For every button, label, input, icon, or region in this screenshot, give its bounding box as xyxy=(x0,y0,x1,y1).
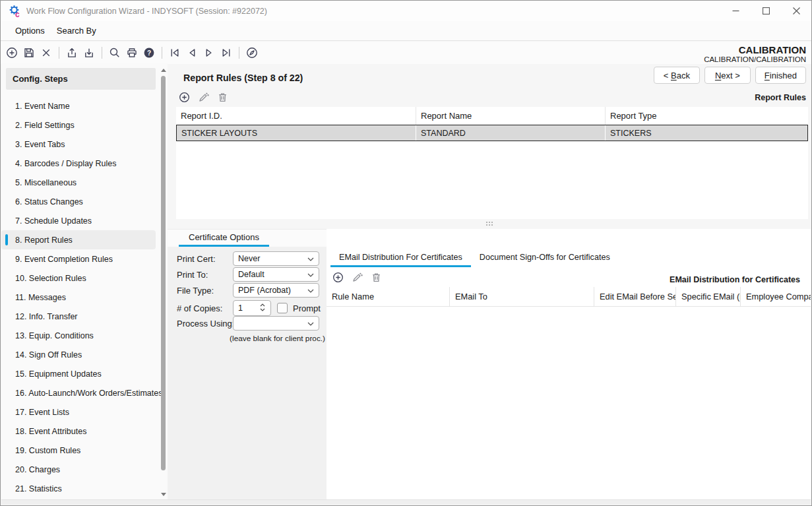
toolbar-search-button[interactable] xyxy=(108,46,121,60)
menu-options[interactable]: Options xyxy=(15,26,45,36)
svg-text:?: ? xyxy=(147,49,151,57)
tab-document-sign-offs[interactable]: Document Sign-Offs for Certificates xyxy=(471,250,619,267)
sidebar-item-field-settings[interactable]: 2. Field Settings xyxy=(1,115,156,135)
back-button[interactable]: < Back xyxy=(654,67,700,84)
maximize-icon xyxy=(763,7,770,15)
sidebar-item-messages[interactable]: 11. Messages xyxy=(1,288,156,307)
sidebar-item-charges[interactable]: 20. Charges xyxy=(1,460,156,479)
toolbar-help-button[interactable]: ? xyxy=(142,46,156,60)
toolbar-compass-button[interactable] xyxy=(245,46,259,60)
horizontal-splitter-handle[interactable] xyxy=(486,222,493,226)
sidebar-item-status-changes[interactable]: 6. Status Changes xyxy=(1,192,156,211)
grid-add-button[interactable] xyxy=(331,270,344,284)
sidebar-item-event-name[interactable]: 1. Event Name xyxy=(1,96,156,115)
grid-add-button[interactable] xyxy=(177,90,191,104)
column-header-report-type[interactable]: Report Type xyxy=(606,107,808,125)
scroll-up-button[interactable] xyxy=(160,66,168,74)
toolbar-nav-last-button[interactable] xyxy=(220,46,233,60)
sidebar-item-info-transfer[interactable]: 12. Info. Transfer xyxy=(1,307,156,326)
column-header-specific-email[interactable]: Specific EMail (if xyxy=(676,287,741,306)
scrollbar-thumb[interactable] xyxy=(161,76,166,470)
add-icon xyxy=(332,272,344,283)
app-window: c Work Flow Configuration Wizard - INDYS… xyxy=(0,0,812,506)
toolbar-nav-first-button[interactable] xyxy=(168,46,181,60)
column-header-employee-company[interactable]: Employee Compan xyxy=(741,287,811,306)
toolbar-import-button[interactable] xyxy=(82,46,96,60)
report-rules-table: Report I.D. Report Name Report Type STIC… xyxy=(176,107,808,219)
edit-wand-icon xyxy=(198,92,209,103)
sidebar-item-event-lists[interactable]: 17. Event Lists xyxy=(1,402,156,422)
grid-delete-button[interactable] xyxy=(369,270,383,284)
tab-certificate-options[interactable]: Certificate Options xyxy=(179,230,269,247)
toolbar-export-button[interactable] xyxy=(65,46,78,60)
column-header-report-name[interactable]: Report Name xyxy=(416,107,606,125)
sidebar-item-miscellaneous[interactable]: 5. Miscellaneous xyxy=(1,173,156,192)
minimize-button[interactable] xyxy=(720,1,751,21)
toolbar-nav-previous-button[interactable] xyxy=(185,46,199,60)
edit-wand-icon xyxy=(352,272,363,283)
sidebar-item-sign-off-rules[interactable]: 14. Sign Off Rules xyxy=(1,345,156,364)
close-button[interactable] xyxy=(781,1,811,21)
grid-edit-button[interactable] xyxy=(350,270,363,284)
stepper-down-icon[interactable] xyxy=(260,308,265,311)
sidebar-item-selection-rules[interactable]: 10. Selection Rules xyxy=(1,269,156,288)
main-toolbar: ? xyxy=(1,42,811,64)
process-using-note: (leave blank for client proc.) xyxy=(168,334,325,343)
toolbar-delete-button[interactable] xyxy=(40,46,53,60)
menu-search-by[interactable]: Search By xyxy=(57,26,96,36)
wizard-nav: < Back Next > Finished xyxy=(654,67,806,84)
app-logo-icon: c xyxy=(9,5,22,18)
toolbar-print-button[interactable] xyxy=(125,46,139,60)
export-icon xyxy=(66,47,78,59)
toolbar-save-button[interactable] xyxy=(22,46,36,60)
window-title: Work Flow Configuration Wizard - INDYSOF… xyxy=(26,7,267,16)
table-row-selected[interactable]: STICKER LAYOUTS STANDARD STICKERS xyxy=(176,125,808,141)
import-icon xyxy=(83,47,95,59)
sidebar-item-barcodes-display-rules[interactable]: 4. Barcodes / Display Rules xyxy=(1,154,156,173)
maximize-button[interactable] xyxy=(751,1,781,21)
close-icon xyxy=(793,7,800,15)
title-bar: c Work Flow Configuration Wizard - INDYS… xyxy=(1,1,811,21)
scroll-down-button[interactable] xyxy=(160,490,168,498)
add-icon xyxy=(179,92,190,103)
sidebar-list: 1. Event Name 2. Field Settings 3. Event… xyxy=(1,96,168,498)
sidebar-item-custom-rules[interactable]: 19. Custom Rules xyxy=(1,441,156,460)
copies-stepper[interactable]: 1 xyxy=(233,300,271,316)
sidebar-item-event-attributes[interactable]: 18. Event Attributes xyxy=(1,422,156,441)
help-icon: ? xyxy=(143,47,155,59)
sidebar-item-auto-launch[interactable]: 16. Auto-Launch/Work Orders/Estimates xyxy=(1,383,156,402)
file-type-dropdown[interactable]: PDF (Acrobat) xyxy=(233,283,319,298)
next-button[interactable]: Next > xyxy=(704,67,751,84)
print-icon xyxy=(126,47,138,59)
grid-delete-button[interactable] xyxy=(216,90,229,104)
sidebar-scrollbar[interactable] xyxy=(160,65,168,499)
column-header-report-id[interactable]: Report I.D. xyxy=(176,107,416,125)
sidebar-item-equip-conditions[interactable]: 13. Equip. Conditions xyxy=(1,326,156,345)
tab-email-distribution[interactable]: EMail Distribution For Certificates xyxy=(330,250,471,267)
stepper-up-icon[interactable] xyxy=(260,303,265,307)
column-header-rule-name[interactable]: Rule Name xyxy=(327,287,450,306)
sidebar-item-report-rules[interactable]: 8. Report Rules xyxy=(1,230,156,249)
report-rules-table-header: Report I.D. Report Name Report Type xyxy=(176,107,808,125)
grid-edit-button[interactable] xyxy=(197,90,210,104)
save-icon xyxy=(23,47,35,59)
copies-label: # of Copies: xyxy=(177,303,222,313)
toolbar-add-button[interactable] xyxy=(5,46,18,60)
prompt-checkbox[interactable] xyxy=(277,303,288,313)
sidebar-item-event-completion-rules[interactable]: 9. Event Completion Rules xyxy=(1,249,156,269)
column-header-edit-email-before-send[interactable]: Edit EMail Before Senc xyxy=(594,287,676,306)
sidebar-item-equipment-updates[interactable]: 15. Equipment Updates xyxy=(1,364,156,383)
column-header-email-to[interactable]: EMail To xyxy=(450,287,594,306)
sidebar-item-event-tabs[interactable]: 3. Event Tabs xyxy=(1,135,156,154)
chevron-down-icon xyxy=(307,322,314,326)
sidebar-item-schedule-updates[interactable]: 7. Schedule Updates xyxy=(1,211,156,230)
sidebar-item-statistics[interactable]: 21. Statistics xyxy=(1,479,156,498)
nav-previous-icon xyxy=(186,47,198,59)
process-using-dropdown[interactable] xyxy=(233,316,319,331)
toolbar-nav-next-button[interactable] xyxy=(203,46,216,60)
email-grid-caption: EMail Distribution for Certificates xyxy=(670,275,800,284)
print-cert-dropdown[interactable]: Never xyxy=(233,251,319,266)
nav-first-icon xyxy=(169,47,181,59)
print-to-dropdown[interactable]: Default xyxy=(233,267,319,282)
finished-button[interactable]: Finished xyxy=(755,67,806,84)
